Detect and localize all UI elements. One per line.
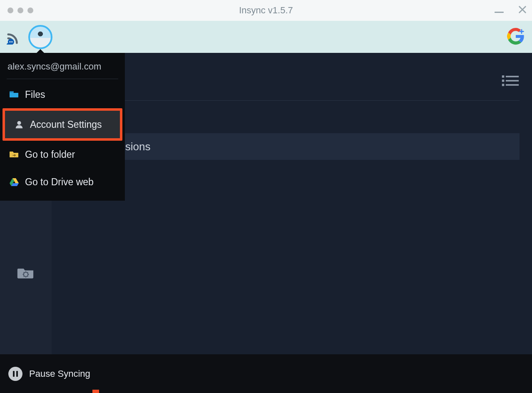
- header-divider: [64, 100, 520, 101]
- pause-syncing-button[interactable]: [8, 367, 22, 381]
- menu-label: Go to Drive web: [25, 177, 94, 188]
- google-drive-icon: [9, 177, 19, 187]
- folder-arrow-icon: [9, 149, 19, 159]
- traffic-light-zoom[interactable]: [27, 7, 33, 13]
- footer-bar: Pause Syncing: [0, 354, 532, 393]
- svg-rect-16: [506, 84, 519, 86]
- menu-item-go-to-folder[interactable]: Go to folder: [0, 141, 125, 168]
- google-plus-icon: [507, 27, 525, 45]
- feed-icon[interactable]: [7, 32, 19, 45]
- menu-item-files[interactable]: Files: [0, 81, 125, 108]
- view-toggle-button[interactable]: [501, 74, 520, 88]
- folder-list: Movies Submissions: [64, 107, 520, 160]
- close-icon: [518, 5, 527, 14]
- svg-rect-12: [506, 76, 519, 77]
- account-bar: [0, 21, 532, 53]
- window-traffic-lights: [0, 7, 33, 13]
- minimize-icon: [495, 12, 504, 13]
- svg-rect-17: [10, 91, 14, 92]
- settings-folder-icon: [17, 266, 35, 281]
- pause-icon: [13, 371, 18, 377]
- folder-row[interactable]: Submissions: [67, 133, 520, 160]
- pause-syncing-label: Pause Syncing: [29, 368, 90, 379]
- account-email: alex.syncs@gmail.com: [0, 53, 125, 79]
- account-avatar[interactable]: [28, 25, 52, 49]
- menu-label: Files: [25, 89, 45, 100]
- svg-point-0: [8, 38, 14, 44]
- window-title: Insync v1.5.7: [0, 5, 532, 16]
- menu-item-go-to-drive-web[interactable]: Go to Drive web: [0, 168, 125, 196]
- svg-rect-11: [502, 75, 505, 78]
- window-close-button[interactable]: [518, 5, 527, 16]
- account-dropdown: alex.syncs@gmail.com Files Account Setti…: [0, 53, 125, 201]
- files-icon: [9, 90, 19, 99]
- avatar-image: [28, 25, 52, 49]
- svg-point-2: [11, 41, 12, 42]
- window-minimize-button[interactable]: [495, 8, 504, 13]
- sidebar-item-settings[interactable]: [16, 265, 36, 282]
- dropdown-divider: [7, 79, 118, 79]
- svg-rect-13: [502, 80, 505, 82]
- highlighted-menu-wrapper: Account Settings: [2, 108, 122, 141]
- traffic-light-close[interactable]: [7, 7, 13, 13]
- person-icon: [14, 119, 24, 129]
- footer-accent: [92, 390, 99, 393]
- titlebar: Insync v1.5.7: [0, 0, 532, 21]
- menu-label: Go to folder: [25, 149, 75, 160]
- menu-label: Account Settings: [30, 119, 102, 130]
- menu-item-account-settings[interactable]: Account Settings: [5, 111, 120, 138]
- list-view-icon: [501, 74, 520, 87]
- folder-row[interactable]: Movies: [67, 107, 520, 133]
- svg-rect-15: [502, 84, 505, 86]
- add-google-account-button[interactable]: [507, 27, 525, 47]
- svg-point-1: [9, 41, 10, 42]
- traffic-light-minimize[interactable]: [17, 7, 23, 13]
- svg-point-18: [17, 121, 21, 125]
- svg-rect-14: [506, 80, 519, 82]
